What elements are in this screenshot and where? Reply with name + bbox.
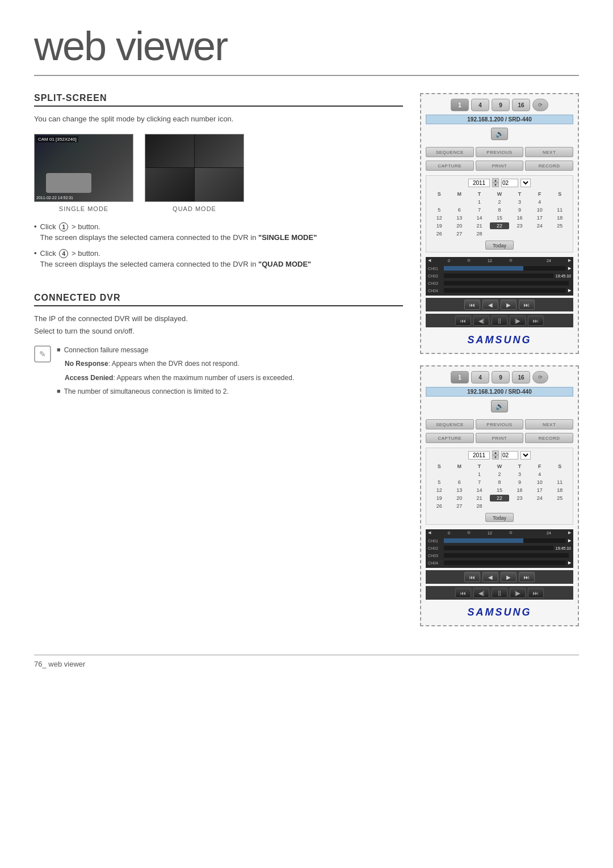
dvr-btn-1[interactable]: 1 [451,99,469,111]
dvr-nav-next-1[interactable]: NEXT [525,147,573,157]
cal-cell[interactable] [430,199,448,205]
cal2-cell[interactable]: 3 [510,471,529,478]
cal2-cell[interactable]: 24 [530,495,549,502]
ctrl2-rewind[interactable]: ◀ [482,572,498,582]
cal2-cell[interactable]: 17 [530,487,549,494]
dvr-btn2-16[interactable]: 16 [512,371,530,384]
dvr-nav-previous-1[interactable]: PREVIOUS [476,147,524,157]
cal2-cell[interactable]: 15 [490,487,509,494]
cal-cell[interactable]: 24 [530,222,549,229]
cal2-cell[interactable] [551,503,569,509]
cal-month-input-1[interactable] [501,179,518,187]
cal2-cell[interactable] [551,471,569,478]
cal2-cell[interactable] [530,503,549,509]
cal2-cell[interactable]: 18 [551,487,569,494]
cal-cell[interactable]: 8 [490,207,509,213]
cal-cell[interactable]: 1 [470,199,489,205]
ctrl2-pause[interactable]: || [492,588,507,598]
dvr-btn-4[interactable]: 4 [471,99,489,111]
ctrl2-start[interactable]: ⏮ [455,588,471,598]
ctrl-play-1[interactable]: ▶ [501,300,517,310]
cal-cell[interactable]: 6 [450,207,468,213]
ctrl-rewind-fast-1[interactable]: ⏮ [464,300,480,310]
ctrl-pause-1[interactable]: || [492,315,507,326]
cal-cell[interactable]: 25 [551,222,569,229]
dvr-act-print-2[interactable]: PRINT [476,433,524,443]
cal2-cell[interactable]: 26 [430,503,448,509]
cal2-cell[interactable]: 14 [470,487,489,494]
cal-cell[interactable]: 23 [510,222,529,229]
cal-cell[interactable]: 2 [490,199,509,205]
cal-cell[interactable]: 7 [470,207,489,213]
cal-spin-up-1[interactable]: ▲ [492,178,499,183]
cal-cell[interactable]: 16 [510,214,529,221]
cal2-cell[interactable]: 28 [470,503,489,509]
dvr-act-capture-1[interactable]: CAPTURE [426,161,474,171]
cal-spin-down-1[interactable]: ▼ [492,183,499,187]
ctrl-end-1[interactable]: ⏭ [528,315,544,326]
ctrl2-rewind-fast[interactable]: ⏮ [464,572,480,582]
dvr-btn-round[interactable]: ⟳ [532,99,548,111]
ctrl2-stepback[interactable]: ◀| [473,588,489,598]
cal-cell[interactable]: 18 [551,214,569,221]
dvr-btn-9[interactable]: 9 [492,99,510,111]
cal-cell[interactable]: 10 [530,207,549,213]
cal2-cell[interactable]: 25 [551,495,569,502]
cal2-cell[interactable]: 9 [510,479,529,486]
cal-spin-up-2[interactable]: ▲ [492,450,499,455]
cal2-cell[interactable]: 10 [530,479,549,486]
cal2-cell[interactable]: 12 [430,487,448,494]
cal-today-btn-2[interactable]: Today [485,513,514,522]
cal-cell[interactable]: 26 [430,230,448,237]
cal-cell[interactable] [450,199,468,205]
cal-cell[interactable] [510,230,529,237]
dvr-btn2-1[interactable]: 1 [451,371,469,384]
cal-cell[interactable]: 3 [510,199,529,205]
dvr-nav-next-2[interactable]: NEXT [525,419,573,429]
ctrl2-play[interactable]: ▶ [501,572,517,582]
cal-cell[interactable]: 15 [490,214,509,221]
cal-cell[interactable]: 28 [470,230,489,237]
dvr-nav-sequence-2[interactable]: SEQUENCE [426,419,474,429]
ctrl-forward-fast-1[interactable]: ⏭ [519,300,535,310]
cal-cell[interactable]: 14 [470,214,489,221]
dvr-btn2-round[interactable]: ⟳ [532,371,548,384]
cal2-cell[interactable] [450,471,468,478]
dvr-nav-previous-2[interactable]: PREVIOUS [476,419,524,429]
cal2-cell[interactable]: 7 [470,479,489,486]
cal-month-input-2[interactable] [501,451,518,460]
cal-cell[interactable]: 13 [450,214,468,221]
cal-cell[interactable] [551,199,569,205]
cal-month-dropdown-1[interactable]: ▼ [520,179,531,187]
cal2-cell[interactable]: 4 [530,471,549,478]
ctrl-rewind-1[interactable]: ◀ [482,300,498,310]
cal2-cell[interactable]: 23 [510,495,529,502]
cal2-cell[interactable]: 6 [450,479,468,486]
dvr-btn2-4[interactable]: 4 [471,371,489,384]
ctrl-stepfwd-1[interactable]: |▶ [510,315,526,326]
cal-cell[interactable]: 9 [510,207,529,213]
cal2-cell[interactable] [430,471,448,478]
dvr-nav-sequence-1[interactable]: SEQUENCE [426,147,474,157]
cal-cell[interactable] [490,230,509,237]
cal2-cell[interactable]: 20 [450,495,468,502]
cal-cell-today[interactable]: 22 [490,222,509,229]
dvr-sound-btn-2[interactable]: 🔊 [491,400,508,412]
cal-cell[interactable]: 17 [530,214,549,221]
cal2-cell[interactable]: 5 [430,479,448,486]
ctrl2-end[interactable]: ⏭ [528,588,544,598]
cal-cell[interactable]: 21 [470,222,489,229]
cal2-cell[interactable]: 13 [450,487,468,494]
dvr-sound-btn-1[interactable]: 🔊 [491,128,508,140]
cal-cell[interactable]: 4 [530,199,549,205]
cal2-cell[interactable]: 8 [490,479,509,486]
cal2-cell[interactable]: 19 [430,495,448,502]
dvr-act-record-1[interactable]: RECORD [525,161,573,171]
cal-spin-down-2[interactable]: ▼ [492,455,499,460]
cal2-cell-today[interactable]: 22 [490,495,509,502]
cal2-cell[interactable]: 16 [510,487,529,494]
ctrl2-forward-fast[interactable]: ⏭ [519,572,535,582]
dvr-btn-16[interactable]: 16 [512,99,530,111]
dvr-btn2-9[interactable]: 9 [492,371,510,384]
cal-cell[interactable] [530,230,549,237]
